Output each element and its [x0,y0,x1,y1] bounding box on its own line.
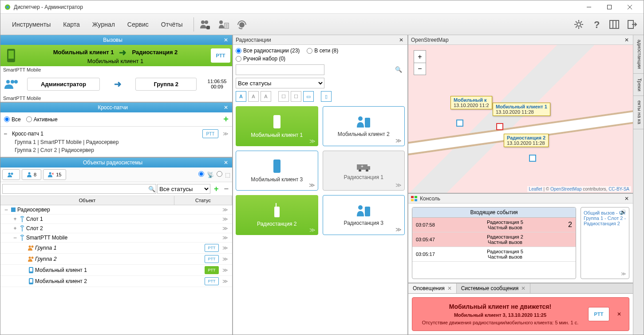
zoom-in-button[interactable]: + [414,50,426,63]
ptt-button[interactable]: PTT [205,244,219,252]
contacts-icon[interactable] [198,18,211,31]
leaflet-link[interactable]: Leaflet [529,187,542,191]
help-icon[interactable]: ? [590,18,603,31]
radio-tile[interactable]: Радиостанция 3≫ [323,195,405,235]
tree-row[interactable]: Мобильный клиент 2PTT≫ [0,276,232,287]
add-object-icon[interactable]: + [212,184,221,194]
radio-tile[interactable]: Мобильный клиент 1≫ [236,106,318,146]
chevron-right-icon[interactable]: ≫ [221,235,229,241]
call-preset-card[interactable]: 🔊 Общий вызов - Сл Группа 1 - Слот 2 - Р… [581,207,629,279]
minimize-button[interactable] [579,0,599,14]
view-phone[interactable]: ▯ [321,91,332,102]
filter-groups-button[interactable] [2,169,20,180]
filter-offline-button[interactable]: 15 [43,169,66,180]
radio-tile[interactable]: Радиостанция 2≫ [236,195,318,235]
chevron-right-icon[interactable]: ≫ [221,256,229,262]
sidetab-objects[interactable]: екты на ка [633,96,644,129]
map-pin[interactable] [496,123,503,130]
text-size-a1[interactable]: A [236,91,246,102]
ptt-button[interactable]: PTT [588,307,609,321]
map-marker[interactable]: Радиостанция 213.10.2020 11:28 [504,134,549,147]
text-size-a3[interactable]: A [261,91,271,102]
chevron-right-icon[interactable]: ≫ [221,207,229,213]
view-square1[interactable]: ☐ [278,91,289,102]
map-pin[interactable] [529,155,536,162]
expand-icon[interactable]: + [12,225,18,231]
calls-close-icon[interactable]: ✕ [222,36,229,44]
view-rect[interactable]: ▭ [303,91,314,102]
chevron-right-icon[interactable]: ≫ [621,271,626,277]
call-row-active[interactable]: Мобильный клиент 1 ➜ Радиостанция 2 Моби… [0,45,232,66]
tree-row[interactable]: Группа 2PTT≫ [0,254,232,265]
ptt-button[interactable]: PTT [205,255,219,263]
menu-service[interactable]: Сервис [121,17,155,32]
chevron-right-icon[interactable]: ≫ [221,278,229,284]
filter-people-button[interactable]: 8 [22,169,41,180]
menu-reports[interactable]: Отчёты [155,17,189,32]
status-select[interactable]: Все статусы [157,184,210,194]
view-square2[interactable]: ☐ [291,91,301,102]
map-close-icon[interactable]: ✕ [623,36,630,44]
filter-active[interactable]: Активные [26,116,58,123]
chevron-right-icon[interactable]: ≫ [223,131,229,137]
view-radio-1[interactable] [198,171,204,178]
chevron-right-icon[interactable]: ≫ [309,227,316,233]
expand-icon[interactable]: – [3,207,9,213]
osm-link[interactable]: OpenStreetMap [550,187,582,191]
settings-icon[interactable] [573,18,585,31]
license-link[interactable]: CC-BY-SA [608,187,629,191]
tree-row[interactable]: –Радиосервер≫ [0,205,232,215]
tab-system-messages[interactable]: Системные сообщения✕ [457,283,531,293]
radio-filter-manual[interactable]: Ручной набор (0) [236,56,285,62]
crosspatch-close-icon[interactable]: ✕ [222,104,229,111]
tree-row[interactable]: Группа 1PTT≫ [0,243,232,254]
menu-map[interactable]: Карта [57,17,86,32]
object-search-input[interactable] [2,184,156,194]
tree-row[interactable]: –SmartPTT Mobile≫ [0,233,232,243]
tab-notifications[interactable]: Оповещения✕ [408,283,457,293]
console-close-icon[interactable]: ✕ [623,195,630,202]
text-size-a2[interactable]: A [248,91,259,102]
sidetab-radios[interactable]: адиостанции [633,35,644,74]
chevron-right-icon[interactable]: ≫ [221,216,229,222]
map-marker[interactable]: Мобильный к13.10.2020 11:2 [450,96,492,109]
chevron-right-icon[interactable]: ≫ [221,225,229,231]
chevron-right-icon[interactable]: ≫ [395,182,402,188]
tree-row[interactable]: +Слот 2≫ [0,224,232,233]
event-row[interactable]: 03:05:47Радиостанция 2Частный вызов [412,232,576,247]
radio-status-select[interactable]: Все статусы [236,78,324,88]
close-icon[interactable]: ✕ [447,285,452,291]
map-marker[interactable]: Мобильный клиент 113.10.2020 11:28 [493,103,550,116]
map-pin[interactable] [456,120,463,127]
remove-object-icon[interactable]: − [222,184,230,194]
chevron-right-icon[interactable]: ≫ [221,245,229,251]
event-row[interactable]: 03:07:58Радиостанция 5Частный вызов2 [412,218,576,232]
ptt-button[interactable]: PTT [202,129,218,138]
ptt-button[interactable]: PTT [211,48,230,63]
layout-icon[interactable] [608,18,620,31]
exit-icon[interactable] [626,18,638,31]
radio-tile[interactable]: Мобильный клиент 2≫ [323,106,405,146]
chevron-right-icon[interactable]: ≫ [309,182,315,188]
ptt-button[interactable]: PTT [205,266,219,274]
radio-tile[interactable]: Мобильный клиент 3≫ [236,151,318,191]
headset-icon[interactable] [236,18,248,31]
chevron-right-icon[interactable]: ≫ [221,267,229,273]
map-view[interactable]: + − Мобильный к13.10.2020 11:2Мобильный … [408,45,633,194]
expand-icon[interactable]: + [12,216,18,222]
radio-filter-online[interactable]: В сети (8) [307,48,338,54]
crosspatch-item[interactable]: – Кросс-патч 1 PTT ≫ [4,129,229,138]
dialpad-icon[interactable] [217,18,229,31]
view-radio-2[interactable] [217,171,222,178]
tree-row[interactable]: Мобильный клиент 1PTT≫ [0,265,232,276]
menu-journal[interactable]: Журнал [86,17,121,32]
radio-tile[interactable]: +Радиостанция 1≫ [323,151,405,191]
collapse-icon[interactable]: – [4,131,9,137]
call-row[interactable]: Администратор ➜ Группа 2 11:06:55 00:09 [0,73,232,95]
chevron-right-icon[interactable]: ≫ [309,138,316,144]
radios-close-icon[interactable]: ✕ [398,36,405,44]
event-row[interactable]: 03:05:17Радиостанция 5Частный вызов [412,247,576,262]
search-icon[interactable]: 🔍 [148,186,155,192]
alert-close-icon[interactable]: ✕ [615,310,624,319]
objects-close-icon[interactable]: ✕ [222,159,229,166]
